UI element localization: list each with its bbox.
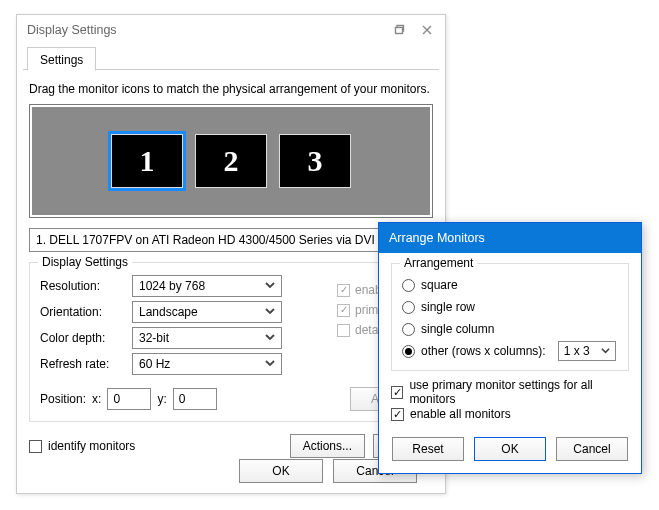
arrangement-group: Arrangement square single row single col… — [391, 263, 629, 371]
chevron-down-icon — [265, 331, 275, 345]
titlebar[interactable]: Display Settings — [17, 15, 445, 45]
refresh-rate-combo[interactable]: 60 Hz — [132, 353, 282, 375]
tab-settings[interactable]: Settings — [27, 47, 96, 71]
arrangement-legend: Arrangement — [400, 256, 477, 270]
use-primary-checkbox[interactable] — [391, 386, 403, 399]
tab-strip: Settings — [23, 45, 439, 70]
enable-all-checkbox[interactable] — [391, 408, 404, 421]
restore-icon[interactable] — [385, 16, 413, 44]
resolution-combo[interactable]: 1024 by 768 — [132, 275, 282, 297]
monitor-arena[interactable]: 1 2 3 — [32, 107, 430, 215]
instruction-text: Drag the monitor icons to match the phys… — [29, 82, 433, 96]
display-settings-legend: Display Settings — [38, 255, 132, 269]
identify-label: identify monitors — [48, 439, 135, 453]
window-title: Display Settings — [27, 23, 385, 37]
primary-checkbox: ✓ — [337, 304, 350, 317]
chevron-down-icon — [265, 357, 275, 371]
pos-x-input[interactable] — [107, 388, 151, 410]
color-depth-combo[interactable]: 32-bit — [132, 327, 282, 349]
pos-y-input[interactable] — [173, 388, 217, 410]
arrange-monitors-window: Arrange Monitors Arrangement square sing… — [378, 222, 642, 474]
arrange-ok-button[interactable]: OK — [474, 437, 546, 461]
actions-button[interactable]: Actions... — [290, 434, 365, 458]
chevron-down-icon — [265, 305, 275, 319]
radio-single-column-label: single column — [421, 322, 494, 336]
monitor-info-text: 1. DELL 1707FPV on ATI Radeon HD 4300/45… — [36, 233, 375, 247]
monitor-icon-1[interactable]: 1 — [111, 134, 183, 188]
chevron-down-icon — [265, 279, 275, 293]
color-depth-value: 32-bit — [139, 331, 169, 345]
svg-rect-0 — [396, 28, 403, 34]
radio-square-label: square — [421, 278, 458, 292]
radio-single-row[interactable] — [402, 301, 415, 314]
radio-single-row-label: single row — [421, 300, 475, 314]
resolution-label: Resolution: — [40, 279, 126, 293]
color-depth-label: Color depth: — [40, 331, 126, 345]
chevron-down-icon — [601, 344, 610, 358]
identify-checkbox[interactable] — [29, 440, 42, 453]
refresh-rate-label: Refresh rate: — [40, 357, 126, 371]
radio-single-column[interactable] — [402, 323, 415, 336]
arrange-cancel-button[interactable]: Cancel — [556, 437, 628, 461]
orientation-label: Orientation: — [40, 305, 126, 319]
radio-other-label: other (rows x columns): — [421, 344, 546, 358]
other-dimensions-value: 1 x 3 — [564, 344, 590, 358]
orientation-combo[interactable]: Landscape — [132, 301, 282, 323]
enabled-checkbox: ✓ — [337, 284, 350, 297]
monitor-arrangement-area: 1 2 3 — [29, 104, 433, 218]
monitor-info-field[interactable]: 1. DELL 1707FPV on ATI Radeon HD 4300/45… — [29, 228, 433, 252]
pos-y-label: y: — [157, 392, 166, 406]
radio-square[interactable] — [402, 279, 415, 292]
close-icon[interactable] — [413, 16, 441, 44]
orientation-value: Landscape — [139, 305, 198, 319]
use-primary-label: use primary monitor settings for all mon… — [409, 378, 629, 406]
arrange-window-title: Arrange Monitors — [389, 231, 637, 245]
refresh-rate-value: 60 Hz — [139, 357, 170, 371]
position-label: Position: — [40, 392, 86, 406]
pos-x-label: x: — [92, 392, 101, 406]
reset-button[interactable]: Reset — [392, 437, 464, 461]
enable-all-label: enable all monitors — [410, 407, 511, 421]
detached-checkbox — [337, 324, 350, 337]
other-dimensions-combo[interactable]: 1 x 3 — [558, 341, 616, 361]
ok-button[interactable]: OK — [239, 459, 323, 483]
radio-other[interactable] — [402, 345, 415, 358]
resolution-value: 1024 by 768 — [139, 279, 205, 293]
arrange-titlebar[interactable]: Arrange Monitors — [379, 223, 641, 253]
monitor-icon-2[interactable]: 2 — [195, 134, 267, 188]
monitor-icon-3[interactable]: 3 — [279, 134, 351, 188]
